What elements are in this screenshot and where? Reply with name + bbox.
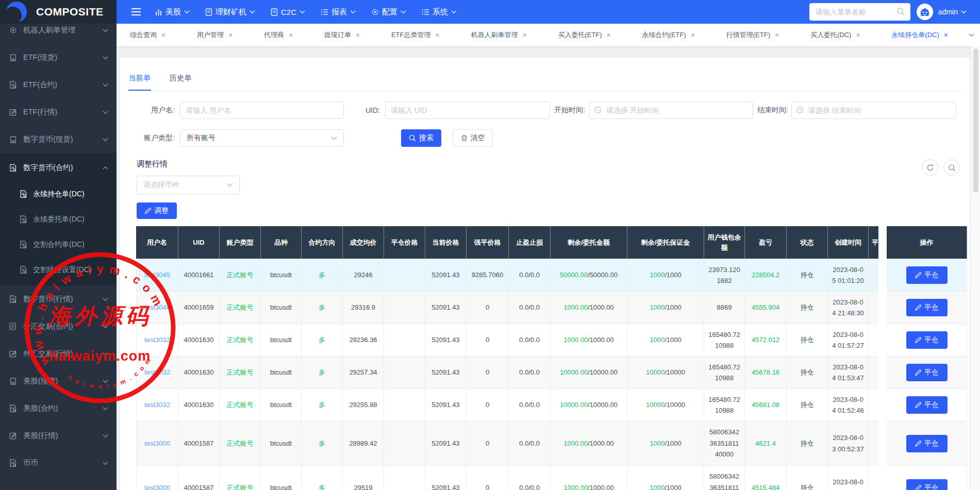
page-tab-代理商[interactable]: 代理商 × bbox=[264, 30, 293, 40]
sidebar-item-label: 美股(行情) bbox=[23, 431, 103, 441]
close-position-button[interactable]: 平仓 bbox=[906, 479, 948, 490]
nav-menu-理财矿机[interactable]: 理财矿机 bbox=[205, 7, 255, 17]
cell-gap bbox=[878, 324, 887, 357]
close-icon[interactable]: × bbox=[289, 31, 293, 39]
username-input[interactable] bbox=[180, 102, 344, 119]
nav-menu-报表[interactable]: 报表 bbox=[321, 7, 356, 17]
page-tab-ETF总类管理[interactable]: ETF总类管理 × bbox=[391, 30, 440, 40]
cell-avg_price: 29255.88 bbox=[343, 389, 384, 421]
close-position-button[interactable]: 平仓 bbox=[906, 331, 948, 349]
username-menu[interactable]: admin bbox=[938, 8, 958, 16]
close-icon[interactable]: × bbox=[228, 31, 232, 39]
hamburger-icon[interactable] bbox=[131, 8, 141, 16]
sidebar-item-美股(合约)[interactable]: 美股(合约) bbox=[0, 395, 117, 422]
sidebar-item-外汇交易(合约)[interactable]: 外汇交易(合约) bbox=[0, 313, 117, 340]
close-icon[interactable]: × bbox=[356, 31, 360, 39]
username-link[interactable]: test3045 bbox=[144, 271, 170, 279]
page-tab-综合查询[interactable]: 综合查询 × bbox=[130, 30, 165, 40]
chevron-down-icon bbox=[103, 297, 108, 301]
sidebar-item-数字货币(行情)[interactable]: 数字货币(行情) bbox=[0, 285, 117, 313]
cell-tp_sl: 0.0/0.0 bbox=[509, 389, 551, 421]
cell-wallet: 165480.7210988 bbox=[704, 324, 745, 357]
sidebar-subitem-交割场控设置(DC)[interactable]: 交割场控设置(DC) bbox=[0, 257, 117, 282]
start-time-input[interactable] bbox=[589, 102, 753, 119]
nav-menu-美股[interactable]: 美股 bbox=[155, 7, 190, 17]
sidebar-subitem-交割合约单(DC)[interactable]: 交割合约单(DC) bbox=[0, 232, 117, 257]
username-label: 用户名: bbox=[128, 106, 175, 115]
username-link[interactable]: test3032 bbox=[144, 401, 170, 409]
close-icon[interactable]: × bbox=[775, 31, 779, 39]
nav-menu-配置[interactable]: 配置 bbox=[371, 7, 406, 17]
sidebar-item-ETF(合约)[interactable]: ETF(合约) bbox=[0, 71, 117, 98]
scrollbar-thumb[interactable] bbox=[973, 48, 978, 193]
cell-action: 平仓 bbox=[887, 292, 967, 324]
cell-status: 持仓 bbox=[787, 357, 828, 389]
chevron-down-icon bbox=[103, 83, 108, 87]
cell-close_price bbox=[384, 466, 425, 490]
zoom-button[interactable] bbox=[943, 159, 960, 176]
sidebar-item-ETF(现货)[interactable]: ETF(现货) bbox=[0, 44, 117, 71]
page-tab-行情管理(ETF)[interactable]: 行情管理(ETF) × bbox=[726, 30, 779, 40]
sidebar-item-美股(行情)[interactable]: 美股(行情) bbox=[0, 422, 117, 449]
clear-button[interactable]: 清空 bbox=[453, 129, 493, 147]
refresh-button[interactable] bbox=[922, 159, 938, 176]
nav-menu-系统[interactable]: 系统 bbox=[422, 7, 457, 17]
close-icon[interactable]: × bbox=[856, 31, 860, 39]
page-tab-机器人刷单管理[interactable]: 机器人刷单管理 × bbox=[471, 30, 526, 40]
page-tab-买入委托(ETF)[interactable]: 买入委托(ETF) × bbox=[558, 30, 610, 40]
page-scrollbar[interactable] bbox=[971, 46, 980, 490]
menu-search-input[interactable] bbox=[809, 3, 910, 21]
shop-icon bbox=[9, 54, 18, 61]
sidebar-item-币币[interactable]: 币币 bbox=[0, 449, 117, 477]
account-type-select[interactable]: 所有账号 bbox=[180, 129, 344, 147]
username-link[interactable]: test3032 bbox=[144, 368, 170, 376]
page-tab-用户管理[interactable]: 用户管理 × bbox=[197, 30, 232, 40]
close-position-button[interactable]: 平仓 bbox=[906, 364, 948, 381]
user-chevron-down-icon[interactable] bbox=[961, 10, 967, 14]
currency-select[interactable]: 请选择币种 bbox=[137, 176, 240, 194]
page-tab-提现订单[interactable]: 提现订单 × bbox=[324, 30, 360, 40]
nav-menu-C2C[interactable]: C2C bbox=[271, 8, 305, 16]
username-link[interactable]: test3000 bbox=[144, 440, 170, 447]
sidebar-subitem-永续委托单(DC)[interactable]: 永续委托单(DC) bbox=[0, 207, 117, 232]
sidebar-item-ETF(行情)[interactable]: ETF(行情) bbox=[0, 98, 117, 126]
sidebar-item-外汇交易(行情)[interactable]: 外汇交易(行情) bbox=[0, 340, 117, 367]
search-button[interactable]: 搜索 bbox=[401, 129, 441, 147]
sidebar-item-数字货币(合约)[interactable]: 数字货币(合约) bbox=[0, 154, 117, 181]
cell-created: 2023-08-04 21:48:30 bbox=[828, 292, 869, 324]
close-position-button[interactable]: 平仓 bbox=[906, 396, 948, 414]
order-tab-历史单[interactable]: 历史单 bbox=[170, 73, 192, 91]
order-tab-当前单[interactable]: 当前单 bbox=[128, 73, 151, 91]
adjust-button[interactable]: 调整 bbox=[137, 202, 177, 219]
end-time-input[interactable] bbox=[791, 102, 956, 119]
close-position-button[interactable]: 平仓 bbox=[906, 435, 948, 452]
cell-wallet: 8869 bbox=[704, 292, 745, 324]
page-tab-买入委托(DC)[interactable]: 买入委托(DC) × bbox=[810, 30, 860, 40]
close-icon[interactable]: × bbox=[522, 31, 526, 39]
uid-input[interactable] bbox=[385, 102, 550, 119]
close-icon[interactable]: × bbox=[435, 31, 439, 39]
sidebar-item-机器人刷单管理[interactable]: 机器人刷单管理 bbox=[0, 24, 117, 44]
cell-created: 2023-08-02 20:36:17 bbox=[828, 466, 869, 490]
chevron-down-icon bbox=[103, 434, 108, 438]
cell-margin: 1000/1000 bbox=[627, 324, 704, 357]
page-tab-永续合约(ETF)[interactable]: 永续合约(ETF) × bbox=[642, 30, 695, 40]
close-icon[interactable]: × bbox=[161, 31, 165, 39]
page-tab-永续持仓单(DC)[interactable]: 永续持仓单(DC) × bbox=[891, 30, 948, 40]
sidebar-item-数字货币(现货)[interactable]: 数字货币(现货) bbox=[0, 126, 117, 153]
username-link[interactable]: test3000 bbox=[144, 484, 170, 490]
close-position-button[interactable]: 平仓 bbox=[906, 266, 948, 284]
sidebar-item-label: 数字货币(现货) bbox=[23, 134, 103, 144]
username-link[interactable]: test3032 bbox=[144, 336, 170, 344]
tabs-overflow-chevron-icon[interactable] bbox=[962, 33, 980, 37]
chevron-down-icon bbox=[103, 352, 108, 356]
close-icon[interactable]: × bbox=[691, 31, 695, 39]
close-icon[interactable]: × bbox=[944, 31, 948, 39]
sidebar-item-美股(现货)[interactable]: 美股(现货) bbox=[0, 367, 117, 395]
close-icon[interactable]: × bbox=[607, 31, 611, 39]
user-avatar[interactable] bbox=[917, 4, 933, 20]
close-position-button[interactable]: 平仓 bbox=[906, 299, 948, 316]
column-header-pnl: 盈亏 bbox=[745, 226, 787, 259]
sidebar-subitem-永续持仓单(DC)[interactable]: 永续持仓单(DC) bbox=[0, 181, 117, 207]
username-link[interactable]: test3044 bbox=[144, 303, 170, 311]
